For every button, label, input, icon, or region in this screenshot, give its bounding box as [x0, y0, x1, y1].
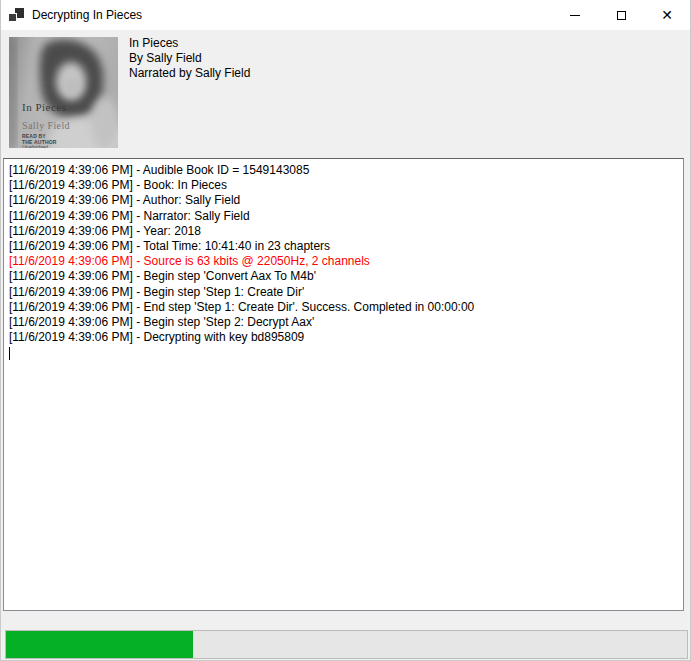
log-line: [11/6/2019 4:39:06 PM] - Narrator: Sally… [9, 209, 679, 224]
cover-text-block: In Pieces Sally Field [22, 97, 70, 134]
maximize-button[interactable] [598, 0, 644, 30]
window-controls: ✕ [552, 0, 690, 30]
log-line: [11/6/2019 4:39:06 PM] - Total Time: 10:… [9, 239, 679, 254]
cover-edition: Unabridged [22, 144, 48, 148]
log-line: [11/6/2019 4:39:06 PM] - Book: In Pieces [9, 178, 679, 193]
close-button[interactable]: ✕ [644, 0, 690, 30]
book-narrator: Narrated by Sally Field [129, 66, 250, 81]
book-author: By Sally Field [129, 51, 250, 66]
progress-bar-fill [6, 631, 193, 658]
app-window: Decrypting In Pieces ✕ [0, 0, 691, 661]
book-cover-image: In Pieces Sally Field READ BY THE AUTHOR… [9, 37, 118, 148]
log-line: [11/6/2019 4:39:06 PM] - Source is 63 kb… [9, 254, 679, 269]
log-line: [11/6/2019 4:39:06 PM] - Author: Sally F… [9, 193, 679, 208]
log-line: [11/6/2019 4:39:06 PM] - Year: 2018 [9, 224, 679, 239]
close-icon: ✕ [661, 8, 673, 22]
app-icon-square-large [15, 8, 24, 18]
minimize-button[interactable] [552, 0, 598, 30]
book-title: In Pieces [129, 36, 250, 51]
title-bar[interactable]: Decrypting In Pieces ✕ [1, 0, 690, 30]
log-line: [11/6/2019 4:39:06 PM] - Audible Book ID… [9, 163, 679, 178]
cover-title: In Pieces [22, 101, 67, 113]
minimize-icon [570, 15, 580, 16]
log-line: [11/6/2019 4:39:06 PM] - Decrypting with… [9, 330, 679, 345]
log-textbox[interactable]: [11/6/2019 4:39:06 PM] - Audible Book ID… [3, 158, 684, 611]
cover-author: Sally Field [22, 120, 70, 131]
log-line: [11/6/2019 4:39:06 PM] - Begin step 'Ste… [9, 315, 679, 330]
maximize-icon [617, 11, 626, 20]
log-line: [11/6/2019 4:39:06 PM] - End step 'Step … [9, 300, 679, 315]
window-body: In Pieces Sally Field READ BY THE AUTHOR… [1, 30, 690, 660]
progress-bar [5, 630, 688, 659]
app-icon-square-small [9, 14, 16, 21]
book-info: In Pieces By Sally Field Narrated by Sal… [129, 36, 250, 81]
log-line: [11/6/2019 4:39:06 PM] - Begin step 'Con… [9, 269, 679, 284]
log-caret-line [9, 345, 679, 360]
app-icon[interactable] [8, 7, 24, 23]
window-title: Decrypting In Pieces [32, 8, 142, 22]
text-caret [9, 347, 10, 360]
log-line: [11/6/2019 4:39:06 PM] - Begin step 'Ste… [9, 285, 679, 300]
